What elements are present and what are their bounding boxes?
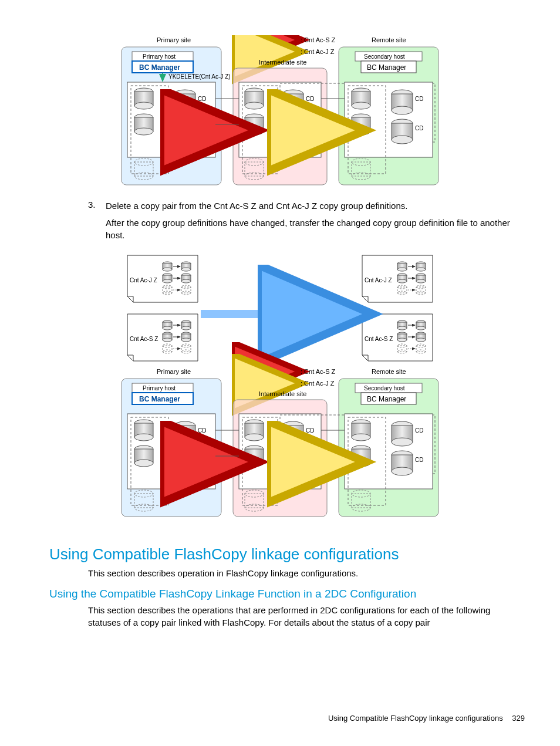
intermediate-label: Intermediate site [259,59,306,66]
svg-point-103 [163,338,172,342]
svg-text:CD: CD [415,96,423,102]
svg-text:BC Manager: BC Manager [139,395,180,403]
step-number: 3. [88,200,106,212]
svg-point-140 [397,326,407,330]
svg-text:CD: CD [306,427,314,434]
svg-point-151 [416,338,426,342]
svg-text:(Legend): (Legend) [239,368,265,375]
svg-text:CD: CD [306,96,314,102]
legend-s-label: : Cnt Ac-S Z [301,36,336,43]
svg-point-229 [392,438,413,446]
svg-point-220 [352,434,370,441]
doc-cnt-acs-left: Cnt Ac-S Z [127,314,198,361]
legend-j-label: : Cnt Ac-J Z [301,48,335,55]
page-footer: Using Compatible FlashCopy linkage confi… [328,714,525,723]
svg-point-196 [174,467,195,475]
svg-text:Remote site: Remote site [372,368,406,375]
svg-point-85 [181,279,191,283]
svg-point-27 [174,136,195,144]
bc-manager-primary: BC Manager [139,63,180,72]
svg-point-78 [181,268,191,271]
doc-cnt-acj-left: Cnt Ac-J Z [127,255,198,302]
svg-point-183 [134,434,153,441]
svg-point-214 [282,467,303,475]
svg-text:: Cnt Ac-J Z: : Cnt Ac-J Z [301,380,335,387]
svg-point-186 [134,460,153,467]
svg-point-14 [134,102,153,109]
bc-manager-secondary: BC Manager [367,63,406,72]
primary-host-label: Primary host [143,53,176,60]
svg-text:Cnt Ac-S Z: Cnt Ac-S Z [365,336,393,342]
doc-cnt-acj-right: Cnt Ac-J Z [362,255,433,302]
svg-point-122 [416,268,426,271]
svg-text:Secondary host: Secondary host [364,385,405,391]
svg-text:Cnt Ac-J Z: Cnt Ac-J Z [130,277,157,283]
svg-point-51 [352,102,370,109]
svg-point-23 [174,106,195,114]
svg-point-81 [163,279,172,283]
svg-point-223 [352,460,370,467]
svg-point-54 [352,128,370,135]
svg-point-41 [282,106,303,114]
svg-point-125 [397,279,407,283]
diagram-copy-definitions: Cnt Ac-J Z Cnt Ac-S Z [116,249,444,531]
svg-text:Primary host: Primary host [143,385,176,391]
svg-point-192 [174,438,195,446]
svg-text:CD: CD [415,457,423,463]
footer-title: Using Compatible FlashCopy linkage confi… [328,714,503,723]
svg-text:CD: CD [198,427,206,434]
svg-text:CD: CD [415,125,423,131]
copy-label: Copy [275,302,291,309]
svg-point-144 [416,326,426,330]
svg-text:Cnt Ac-S Z: Cnt Ac-S Z [130,336,158,342]
secondary-host-label: Secondary host [364,53,405,60]
svg-point-204 [245,460,264,467]
svg-point-100 [181,326,191,330]
svg-text:: Cnt Ac-S Z: : Cnt Ac-S Z [301,368,336,375]
section-body-flashcopy: This section describes operation in Flas… [88,567,525,579]
svg-point-118 [397,268,407,271]
svg-point-233 [392,467,413,475]
svg-point-201 [245,434,264,441]
svg-point-64 [392,136,413,144]
svg-point-45 [282,136,303,144]
svg-text:CD: CD [415,427,423,434]
remote-site-label: Remote site [372,36,406,43]
step-follow-text: After the copy group definitions have ch… [106,217,525,241]
svg-point-60 [392,106,413,114]
svg-point-32 [245,102,264,109]
ykdelete-label: YKDELETE(Cnt Ac-J Z) [168,73,231,80]
subsection-body-2dc: This section describes the operations th… [88,604,525,629]
svg-point-107 [181,338,191,342]
svg-text:CD: CD [198,96,206,102]
svg-text:Cnt Ac-J Z: Cnt Ac-J Z [365,277,392,283]
svg-text:Primary site: Primary site [157,368,191,375]
svg-point-74 [163,268,172,271]
svg-point-147 [397,338,407,342]
svg-point-96 [163,326,172,330]
svg-point-129 [416,279,426,283]
section-heading-flashcopy: Using Compatible FlashCopy linkage confi… [49,545,525,563]
primary-site-label: Primary site [157,36,191,43]
doc-cnt-acs-right: Cnt Ac-S Z [362,314,433,361]
step-text: Delete a copy pair from the Cnt Ac-S Z a… [106,200,525,212]
svg-point-210 [282,438,303,446]
subsection-heading-2dc: Using the Compatible FlashCopy Linkage F… [49,588,525,600]
diagram-delete-pair: Primary site (Legend) : Cnt Ac-S Z : Cnt… [116,35,444,188]
legend-label: (Legend) [239,36,265,43]
svg-text:Intermediate site: Intermediate site [259,390,306,397]
step-3: 3. Delete a copy pair from the Cnt Ac-S … [88,200,525,212]
footer-page-number: 329 [512,714,525,723]
svg-point-17 [134,128,153,135]
svg-text:BC Manager: BC Manager [367,395,406,403]
svg-point-35 [245,128,264,135]
